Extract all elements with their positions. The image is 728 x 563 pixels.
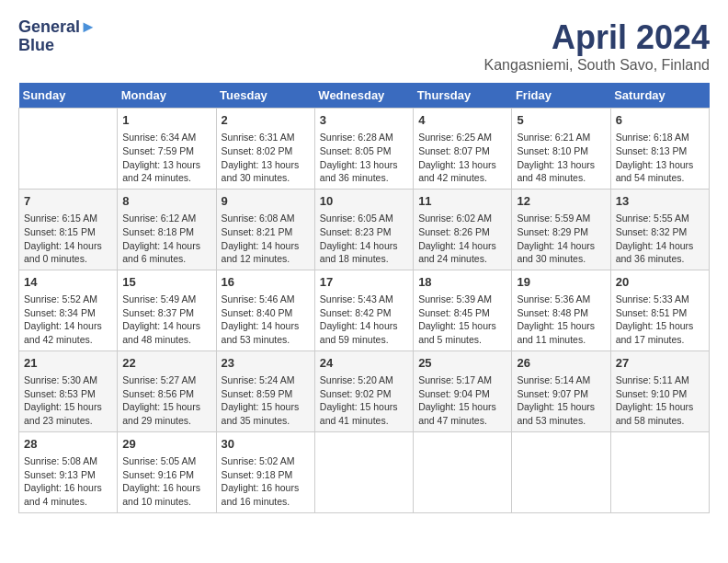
calendar-cell: 29Sunrise: 5:05 AM Sunset: 9:16 PM Dayli… <box>118 431 216 512</box>
logo-text: General►Blue <box>18 18 97 55</box>
day-info: Sunrise: 6:18 AM Sunset: 8:13 PM Dayligh… <box>616 131 704 185</box>
day-info: Sunrise: 6:15 AM Sunset: 8:15 PM Dayligh… <box>24 212 112 266</box>
day-info: Sunrise: 5:55 AM Sunset: 8:32 PM Dayligh… <box>616 212 704 266</box>
day-number: 30 <box>222 436 310 453</box>
header-row: SundayMondayTuesdayWednesdayThursdayFrid… <box>19 83 710 109</box>
day-number: 4 <box>418 112 506 129</box>
column-header-wednesday: Wednesday <box>314 83 413 109</box>
day-number: 29 <box>122 436 210 453</box>
day-info: Sunrise: 5:33 AM Sunset: 8:51 PM Dayligh… <box>616 293 704 347</box>
day-info: Sunrise: 6:31 AM Sunset: 8:02 PM Dayligh… <box>222 131 310 185</box>
calendar-cell: 2Sunrise: 6:31 AM Sunset: 8:02 PM Daylig… <box>216 109 314 190</box>
week-row-1: 1Sunrise: 6:34 AM Sunset: 7:59 PM Daylig… <box>19 109 710 190</box>
day-number: 15 <box>122 274 210 291</box>
calendar-cell: 12Sunrise: 5:59 AM Sunset: 8:29 PM Dayli… <box>512 189 610 270</box>
calendar-cell: 10Sunrise: 6:05 AM Sunset: 8:23 PM Dayli… <box>314 189 413 270</box>
day-info: Sunrise: 6:12 AM Sunset: 8:18 PM Dayligh… <box>122 212 210 266</box>
day-info: Sunrise: 6:05 AM Sunset: 8:23 PM Dayligh… <box>320 212 408 266</box>
day-info: Sunrise: 5:08 AM Sunset: 9:13 PM Dayligh… <box>24 454 112 509</box>
day-number: 22 <box>122 355 210 372</box>
day-number: 8 <box>122 193 210 210</box>
calendar-cell: 20Sunrise: 5:33 AM Sunset: 8:51 PM Dayli… <box>610 270 709 350</box>
main-title: April 2024 <box>484 18 710 57</box>
day-info: Sunrise: 5:39 AM Sunset: 8:45 PM Dayligh… <box>418 293 506 347</box>
calendar-cell: 4Sunrise: 6:25 AM Sunset: 8:07 PM Daylig… <box>414 109 512 190</box>
title-block: April 2024 Kangasniemi, South Savo, Finl… <box>484 18 710 74</box>
week-row-2: 7Sunrise: 6:15 AM Sunset: 8:15 PM Daylig… <box>19 189 710 270</box>
day-info: Sunrise: 5:30 AM Sunset: 8:53 PM Dayligh… <box>24 373 112 428</box>
column-header-thursday: Thursday <box>414 83 512 109</box>
calendar-cell <box>512 431 610 512</box>
day-info: Sunrise: 5:24 AM Sunset: 8:59 PM Dayligh… <box>222 373 310 428</box>
calendar-cell <box>314 431 413 512</box>
day-info: Sunrise: 6:25 AM Sunset: 8:07 PM Dayligh… <box>418 131 506 185</box>
calendar-cell: 11Sunrise: 6:02 AM Sunset: 8:26 PM Dayli… <box>414 189 512 270</box>
calendar-cell <box>19 109 118 190</box>
day-number: 10 <box>320 193 408 210</box>
calendar-cell: 6Sunrise: 6:18 AM Sunset: 8:13 PM Daylig… <box>610 109 709 190</box>
day-number: 20 <box>616 274 704 291</box>
day-info: Sunrise: 5:27 AM Sunset: 8:56 PM Dayligh… <box>122 373 210 428</box>
day-info: Sunrise: 5:17 AM Sunset: 9:04 PM Dayligh… <box>418 373 506 428</box>
calendar-cell: 13Sunrise: 5:55 AM Sunset: 8:32 PM Dayli… <box>610 189 709 270</box>
logo: General►Blue <box>18 18 97 55</box>
calendar-cell: 30Sunrise: 5:02 AM Sunset: 9:18 PM Dayli… <box>216 431 314 512</box>
calendar-cell: 27Sunrise: 5:11 AM Sunset: 9:10 PM Dayli… <box>610 350 709 431</box>
day-info: Sunrise: 6:08 AM Sunset: 8:21 PM Dayligh… <box>222 212 310 266</box>
column-header-monday: Monday <box>118 83 216 109</box>
calendar-cell: 21Sunrise: 5:30 AM Sunset: 8:53 PM Dayli… <box>19 350 118 431</box>
column-header-saturday: Saturday <box>610 83 709 109</box>
week-row-4: 21Sunrise: 5:30 AM Sunset: 8:53 PM Dayli… <box>19 350 710 431</box>
calendar-cell: 1Sunrise: 6:34 AM Sunset: 7:59 PM Daylig… <box>118 109 216 190</box>
day-number: 17 <box>320 274 408 291</box>
calendar-cell: 28Sunrise: 5:08 AM Sunset: 9:13 PM Dayli… <box>19 431 118 512</box>
day-number: 9 <box>222 193 310 210</box>
day-number: 5 <box>517 112 605 129</box>
calendar-cell: 23Sunrise: 5:24 AM Sunset: 8:59 PM Dayli… <box>216 350 314 431</box>
day-info: Sunrise: 6:34 AM Sunset: 7:59 PM Dayligh… <box>122 131 210 185</box>
calendar-cell: 9Sunrise: 6:08 AM Sunset: 8:21 PM Daylig… <box>216 189 314 270</box>
calendar-cell: 26Sunrise: 5:14 AM Sunset: 9:07 PM Dayli… <box>512 350 610 431</box>
calendar-cell: 25Sunrise: 5:17 AM Sunset: 9:04 PM Dayli… <box>414 350 512 431</box>
day-number: 2 <box>222 112 310 129</box>
calendar-cell: 14Sunrise: 5:52 AM Sunset: 8:34 PM Dayli… <box>19 270 118 350</box>
day-info: Sunrise: 6:02 AM Sunset: 8:26 PM Dayligh… <box>418 212 506 266</box>
day-info: Sunrise: 5:36 AM Sunset: 8:48 PM Dayligh… <box>517 293 605 347</box>
calendar-cell: 7Sunrise: 6:15 AM Sunset: 8:15 PM Daylig… <box>19 189 118 270</box>
day-number: 6 <box>616 112 704 129</box>
calendar-cell: 8Sunrise: 6:12 AM Sunset: 8:18 PM Daylig… <box>118 189 216 270</box>
day-info: Sunrise: 5:59 AM Sunset: 8:29 PM Dayligh… <box>517 212 605 266</box>
week-row-3: 14Sunrise: 5:52 AM Sunset: 8:34 PM Dayli… <box>19 270 710 350</box>
calendar-cell: 16Sunrise: 5:46 AM Sunset: 8:40 PM Dayli… <box>216 270 314 350</box>
day-info: Sunrise: 5:02 AM Sunset: 9:18 PM Dayligh… <box>222 454 310 509</box>
day-number: 19 <box>517 274 605 291</box>
day-number: 12 <box>517 193 605 210</box>
day-number: 13 <box>616 193 704 210</box>
day-info: Sunrise: 5:14 AM Sunset: 9:07 PM Dayligh… <box>517 373 605 428</box>
day-number: 27 <box>616 355 704 372</box>
day-info: Sunrise: 6:28 AM Sunset: 8:05 PM Dayligh… <box>320 131 408 185</box>
column-header-friday: Friday <box>512 83 610 109</box>
column-header-sunday: Sunday <box>19 83 118 109</box>
day-number: 21 <box>24 355 112 372</box>
day-info: Sunrise: 5:11 AM Sunset: 9:10 PM Dayligh… <box>616 373 704 428</box>
day-number: 11 <box>418 193 506 210</box>
column-header-tuesday: Tuesday <box>216 83 314 109</box>
calendar-cell: 5Sunrise: 6:21 AM Sunset: 8:10 PM Daylig… <box>512 109 610 190</box>
day-number: 3 <box>320 112 408 129</box>
subtitle: Kangasniemi, South Savo, Finland <box>484 57 710 74</box>
calendar-cell: 24Sunrise: 5:20 AM Sunset: 9:02 PM Dayli… <box>314 350 413 431</box>
day-number: 18 <box>418 274 506 291</box>
day-number: 14 <box>24 274 112 291</box>
calendar-cell: 19Sunrise: 5:36 AM Sunset: 8:48 PM Dayli… <box>512 270 610 350</box>
day-info: Sunrise: 5:46 AM Sunset: 8:40 PM Dayligh… <box>222 293 310 347</box>
day-number: 1 <box>122 112 210 129</box>
day-info: Sunrise: 5:49 AM Sunset: 8:37 PM Dayligh… <box>122 293 210 347</box>
week-row-5: 28Sunrise: 5:08 AM Sunset: 9:13 PM Dayli… <box>19 431 710 512</box>
calendar-cell: 3Sunrise: 6:28 AM Sunset: 8:05 PM Daylig… <box>314 109 413 190</box>
calendar-cell: 15Sunrise: 5:49 AM Sunset: 8:37 PM Dayli… <box>118 270 216 350</box>
page-header: General►Blue April 2024 Kangasniemi, Sou… <box>18 18 710 74</box>
day-info: Sunrise: 5:52 AM Sunset: 8:34 PM Dayligh… <box>24 293 112 347</box>
day-info: Sunrise: 5:20 AM Sunset: 9:02 PM Dayligh… <box>320 373 408 428</box>
day-info: Sunrise: 5:43 AM Sunset: 8:42 PM Dayligh… <box>320 293 408 347</box>
